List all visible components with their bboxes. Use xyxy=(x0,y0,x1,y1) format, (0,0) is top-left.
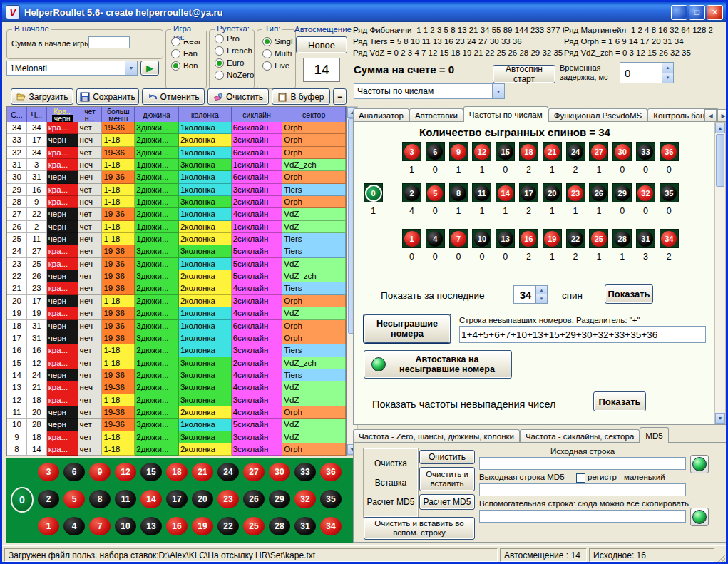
board-number[interactable]: 33 xyxy=(294,463,316,481)
titlebar[interactable]: V HelperRoullet 5.6- create helperroulle… xyxy=(2,2,726,22)
board-number[interactable]: 12 xyxy=(115,463,136,481)
radio-singl[interactable]: Singl xyxy=(262,36,295,46)
board-number[interactable]: 18 xyxy=(166,463,188,481)
radio-live[interactable]: Live xyxy=(262,61,295,71)
board-number[interactable]: 5 xyxy=(63,490,85,508)
spin-down-icon[interactable] xyxy=(536,294,547,303)
minimize-button[interactable]: _ xyxy=(671,5,687,20)
md5-clear-button[interactable]: Очистить xyxy=(419,450,475,464)
maximize-button[interactable]: □ xyxy=(689,5,705,20)
board-number[interactable]: 30 xyxy=(269,463,290,481)
tab-автоставки[interactable]: Автоставки xyxy=(409,108,463,122)
close-button[interactable]: ✕ xyxy=(707,5,723,20)
board-number[interactable]: 21 xyxy=(192,463,213,481)
md5-source-action-button[interactable] xyxy=(690,455,709,473)
play-button[interactable] xyxy=(140,61,159,76)
missed-numbers-button[interactable]: Несыгравшие номера xyxy=(364,314,451,343)
preset-combo[interactable]: 1Melonati xyxy=(6,61,138,76)
table-cell: 1колонка xyxy=(179,320,232,332)
minus-button[interactable]: − xyxy=(333,88,347,105)
frequencies-scrollbar[interactable] xyxy=(714,122,726,424)
board-number[interactable]: 22 xyxy=(217,517,239,535)
spin-up-icon[interactable] xyxy=(662,63,673,73)
md5-clear-paste-button[interactable]: Очистить и вставить xyxy=(419,467,475,491)
board-number[interactable]: 27 xyxy=(243,463,265,481)
board-number[interactable]: 13 xyxy=(140,517,162,535)
autospin-start-button[interactable]: Автоспин старт xyxy=(493,65,555,83)
radio-nozero[interactable]: NoZero xyxy=(215,70,254,80)
board-number[interactable]: 28 xyxy=(269,517,290,535)
clear-button[interactable]: Очистить xyxy=(207,88,269,105)
missed-numbers-field[interactable] xyxy=(459,326,706,343)
chevron-down-icon[interactable] xyxy=(492,84,504,98)
radio-multi[interactable]: Multi xyxy=(262,48,295,58)
resize-grip[interactable] xyxy=(715,553,725,563)
board-number[interactable]: 17 xyxy=(166,490,188,508)
board-number[interactable]: 16 xyxy=(166,517,188,535)
board-number[interactable]: 10 xyxy=(115,517,136,535)
board-number[interactable]: 15 xyxy=(140,463,162,481)
register-checkbox[interactable] xyxy=(576,473,585,483)
table-cell: VdZ_zch xyxy=(282,270,346,282)
save-disk-button[interactable]: Сохранить xyxy=(76,88,139,105)
board-number[interactable]: 11 xyxy=(115,490,136,508)
board-number[interactable]: 29 xyxy=(269,490,290,508)
delay-spinner[interactable]: 0 xyxy=(620,62,674,83)
board-number[interactable]: 2 xyxy=(38,490,59,508)
board-number[interactable]: 25 xyxy=(243,517,265,535)
board-number[interactable]: 3 xyxy=(38,463,59,481)
radio-pro[interactable]: Pro xyxy=(215,34,254,43)
tab-md5[interactable]: MD5 xyxy=(640,427,668,443)
board-number[interactable]: 26 xyxy=(243,490,265,508)
board-number[interactable]: 7 xyxy=(89,517,111,535)
board-number[interactable]: 9 xyxy=(89,463,111,481)
board-number[interactable]: 20 xyxy=(192,490,213,508)
board-number[interactable]: 35 xyxy=(320,490,342,508)
tab-функционал-psevdoms[interactable]: Функционал PsevdoMS xyxy=(548,108,648,122)
new-button[interactable]: Новое xyxy=(296,36,347,53)
last-spins-spinner[interactable]: 34 xyxy=(513,285,548,304)
mode-combo[interactable]: Частоты по числам xyxy=(354,83,505,99)
table-cell: Orph xyxy=(282,122,346,134)
spin-down-icon[interactable] xyxy=(662,73,673,83)
board-number[interactable]: 31 xyxy=(294,517,316,535)
scroll-up-icon[interactable] xyxy=(715,123,725,133)
board-number[interactable]: 36 xyxy=(320,463,342,481)
board-number[interactable]: 24 xyxy=(217,463,239,481)
md5-aux-action-button[interactable] xyxy=(690,508,709,526)
board-number[interactable]: 23 xyxy=(217,490,239,508)
board-number[interactable]: 1 xyxy=(38,517,59,535)
radio-french[interactable]: French xyxy=(215,46,254,56)
md5-source-field[interactable] xyxy=(479,457,686,470)
autobet-missed-button[interactable]: Автоставка на несыгравшие номера xyxy=(364,350,512,379)
board-zero[interactable]: 0 xyxy=(11,487,34,513)
md5-calc-button[interactable]: Расчет MD5 xyxy=(419,494,475,510)
clipboard-button[interactable]: В буфер xyxy=(272,88,330,105)
board-number[interactable]: 32 xyxy=(294,490,316,508)
chevron-down-icon[interactable] xyxy=(125,61,137,75)
show-last-spins-button[interactable]: Показать xyxy=(605,284,653,304)
md5-aux-field[interactable] xyxy=(479,510,686,523)
radio-bon[interactable]: Bon xyxy=(171,61,206,71)
spin-up-icon[interactable] xyxy=(536,286,547,294)
board-number[interactable]: 34 xyxy=(320,517,342,535)
scrollbar-thumb[interactable] xyxy=(716,134,724,187)
board-number[interactable]: 6 xyxy=(63,463,85,481)
undo-button[interactable]: Отменить xyxy=(142,88,205,105)
scroll-down-icon[interactable] xyxy=(715,413,725,424)
radio-euro[interactable]: Euro xyxy=(215,58,254,68)
tab-анализатор[interactable]: Анализатор xyxy=(353,108,409,122)
board-number[interactable]: 4 xyxy=(63,517,85,535)
board-number[interactable]: 14 xyxy=(140,490,162,508)
tab-частота-zero-шансы-дюжины-колонки[interactable]: Частота - Zero, шансы, дюжины, колонки xyxy=(353,429,520,443)
show-freq-missed-button[interactable]: Показать xyxy=(593,391,646,411)
radio-fan[interactable]: Fan xyxy=(171,48,206,58)
open-folder-button[interactable]: Загрузить xyxy=(11,88,73,105)
tab-частоты-по-числам[interactable]: Частоты по числам xyxy=(463,106,548,122)
md5-clear-paste-aux-button[interactable]: Очистить и вставить во вспом. строку xyxy=(364,517,475,540)
md5-output-field[interactable] xyxy=(479,483,686,496)
tab-частота-сиклайны-сектора[interactable]: Частота - сиклайны, сектора xyxy=(520,429,640,443)
board-number[interactable]: 8 xyxy=(89,490,111,508)
board-number[interactable]: 19 xyxy=(192,517,213,535)
start-sum-input[interactable] xyxy=(88,36,130,48)
